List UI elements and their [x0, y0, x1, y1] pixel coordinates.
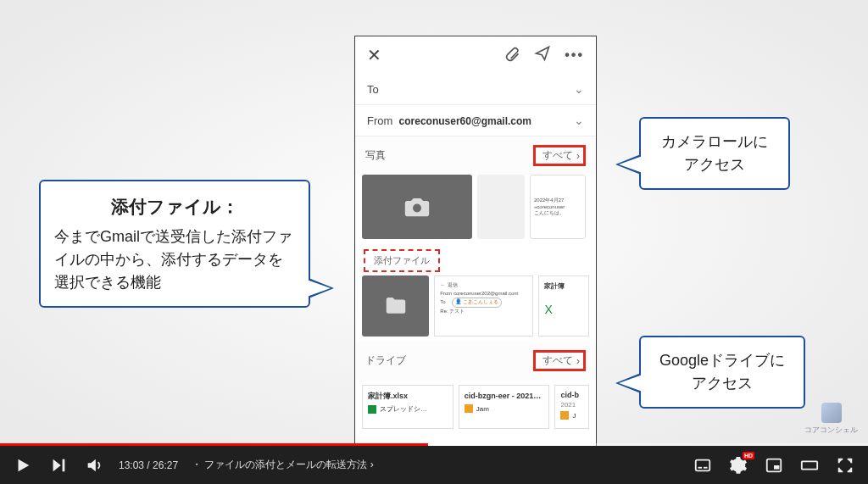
- attach-label: 添付ファイル: [364, 249, 440, 272]
- callout-body: 今までGmailで送受信した添付ファイルの中から、添付するデータを選択できる機能: [54, 225, 295, 294]
- svg-rect-5: [774, 465, 779, 470]
- camera-thumbnail[interactable]: [362, 175, 472, 239]
- callout-tail: [619, 375, 643, 392]
- jam-icon: [465, 404, 473, 413]
- chapter-title[interactable]: ・ ファイルの添付とメールの転送方法 ›: [192, 458, 374, 472]
- drive-file-card[interactable]: cid-bzgn-eer - 2021年 3月11日 Jam: [459, 385, 550, 429]
- svg-rect-1: [696, 459, 710, 470]
- settings-button[interactable]: HD: [727, 454, 749, 476]
- next-button[interactable]: [47, 454, 70, 476]
- folder-thumbnail[interactable]: [362, 275, 429, 337]
- photos-label: 写真: [365, 148, 386, 163]
- to-field[interactable]: To ⌄: [355, 74, 596, 105]
- watermark-icon: [821, 403, 842, 423]
- attach-icon[interactable]: [504, 45, 520, 65]
- drive-label: ドライブ: [365, 353, 406, 368]
- send-icon[interactable]: [534, 45, 551, 65]
- chevron-down-icon[interactable]: ⌄: [574, 114, 584, 127]
- from-label: From: [367, 114, 392, 127]
- drive-all-button[interactable]: すべて ›: [533, 350, 586, 371]
- callout-attach-explain: 添付ファイル： 今までGmailで送受信した添付ファイルの中から、添付するデータ…: [39, 180, 310, 308]
- drive-files-row: 家計簿.xlsx スプレッドシ… cid-bzgn-eer - 2021年 3月…: [355, 380, 596, 434]
- svg-rect-6: [802, 461, 817, 469]
- from-address: coreconuser60@gmail.com: [399, 115, 531, 127]
- photos-section-header: 写真 すべて ›: [355, 136, 596, 175]
- jam-icon: [560, 411, 569, 420]
- mail-preview-card[interactable]: ←返信 From coreconuser202@gmail.com To 👤 こ…: [434, 275, 533, 337]
- attachments-thumbnails: ←返信 From coreconuser202@gmail.com To 👤 こ…: [355, 275, 596, 342]
- callout-title: 添付ファイル：: [54, 193, 295, 220]
- compose-toolbar: ✕ •••: [355, 36, 596, 74]
- callout-tail: [619, 156, 643, 173]
- svg-point-0: [413, 203, 421, 212]
- drive-section-header: ドライブ すべて ›: [355, 342, 596, 380]
- time-display: 13:03 / 26:27: [119, 459, 178, 471]
- svg-rect-3: [704, 466, 708, 468]
- video-frame: ✕ ••• To ⌄ From coreconuser60@gmail.com …: [0, 0, 868, 446]
- drive-file-card[interactable]: cid-b 2021 J: [554, 385, 589, 429]
- chevron-right-icon: ›: [576, 150, 580, 162]
- callout-camera-roll: カメラロールに アクセス: [639, 117, 790, 190]
- photo-text-thumbnail[interactable]: 2022年4月27 «coreconuser こんにちは。: [530, 175, 586, 239]
- file-preview-card[interactable]: 家計簿 X: [538, 275, 589, 337]
- theater-button[interactable]: [798, 454, 821, 476]
- from-field[interactable]: From coreconuser60@gmail.com ⌄: [355, 105, 596, 136]
- svg-rect-2: [698, 466, 703, 468]
- drive-file-card[interactable]: 家計簿.xlsx スプレッドシ…: [362, 385, 453, 429]
- fullscreen-button[interactable]: [834, 454, 856, 476]
- chevron-right-icon: ›: [370, 459, 374, 470]
- to-label: To: [367, 83, 379, 96]
- close-icon[interactable]: ✕: [367, 45, 381, 65]
- hd-badge: HD: [743, 452, 754, 459]
- photo-thumbnail[interactable]: [477, 175, 525, 239]
- chevron-down-icon[interactable]: ⌄: [574, 82, 584, 96]
- captions-button[interactable]: [692, 454, 714, 476]
- sheets-icon: [368, 405, 376, 414]
- player-controls: 13:03 / 26:27 ・ ファイルの添付とメールの転送方法 › HD: [0, 446, 868, 484]
- play-button[interactable]: [12, 454, 34, 476]
- volume-button[interactable]: [83, 454, 105, 476]
- miniplayer-button[interactable]: [763, 454, 785, 476]
- attachments-section-header: 添付ファイル: [355, 244, 596, 275]
- callout-tail: [307, 280, 331, 297]
- channel-watermark[interactable]: コアコンシェル: [804, 403, 858, 436]
- photos-thumbnails: 2022年4月27 «coreconuser こんにちは。: [355, 175, 596, 244]
- more-icon[interactable]: •••: [565, 47, 584, 63]
- photos-all-button[interactable]: すべて ›: [533, 145, 586, 166]
- phone-mockup: ✕ ••• To ⌄ From coreconuser60@gmail.com …: [354, 36, 597, 446]
- chevron-right-icon: ›: [576, 355, 580, 367]
- callout-google-drive: Googleドライブに アクセス: [639, 336, 805, 409]
